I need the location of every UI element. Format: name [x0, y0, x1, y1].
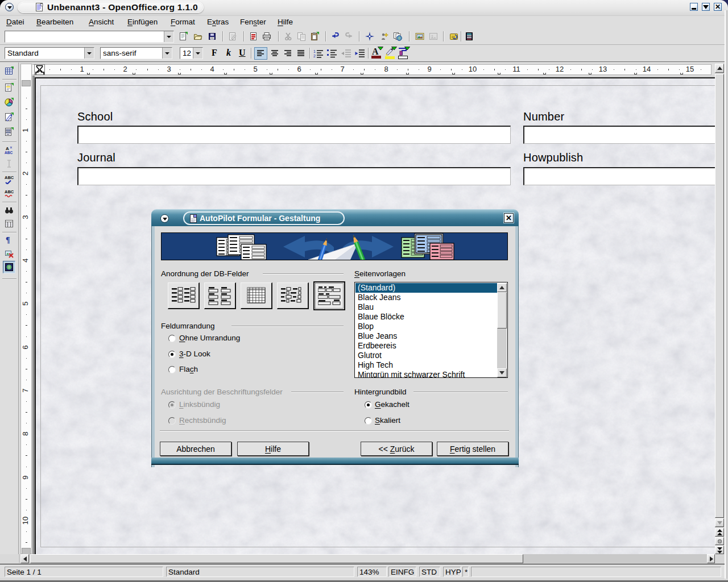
svg-text:ABC: ABC [5, 189, 14, 194]
svg-text:1: 1 [313, 49, 316, 53]
svg-text:2: 2 [313, 54, 316, 58]
svg-text:A: A [372, 47, 379, 56]
svg-text:ABC: ABC [5, 175, 14, 180]
svg-text:¶: ¶ [6, 236, 10, 244]
svg-text:ABC: ABC [5, 151, 13, 155]
